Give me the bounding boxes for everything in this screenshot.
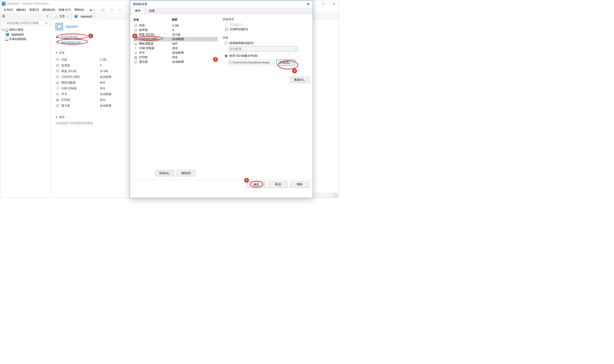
device-value: 2 GB [100,58,106,61]
iso-path-input[interactable]: C:\Users\AmoXiang\Downloads⌄ [228,60,274,65]
device-name: USB 控制器 [61,86,100,91]
menu-help[interactable]: 帮助(H) [73,7,86,13]
help-button[interactable]: 帮助 [290,182,309,188]
connect-on-start-checkbox[interactable]: ✓启动时连接(O) [225,27,309,31]
advanced-button[interactable]: 高级(V)... [291,77,309,83]
hardware-row[interactable]: 内存2 GB [133,23,218,28]
library-search[interactable]: ▾ [1,21,50,25]
display-icon [134,60,138,64]
hardware-row[interactable]: 显示器自动检测 [133,60,218,64]
tree-item-bigdata01[interactable]: bigdata01 [2,32,49,37]
menu-tabs[interactable]: 选项卡(T) [57,7,72,13]
svg-rect-17 [135,25,137,26]
device-value: 存在 [100,98,106,102]
svg-point-10 [57,77,58,77]
svg-point-21 [136,39,136,39]
library-pane: 库 ✕ ▾ −我的计算机 bigdata01 共享的虚拟机 [0,13,51,197]
use-physical-drive-radio[interactable]: 使用物理驱动器(P): [224,41,309,45]
svg-point-8 [56,70,59,71]
clock-icon[interactable] [109,8,114,12]
maximize-icon[interactable]: ☐ [322,2,325,5]
add-hardware-button[interactable]: 添加(A)... [156,170,174,176]
connection-label: 连接 [223,36,309,40]
connected-checkbox: 已连接(C) [225,23,309,27]
device-state-label: 设备状态 [223,17,309,21]
hardware-name: 内存 [139,24,172,27]
use-iso-radio[interactable]: 使用 ISO 映像文件(M): [224,54,309,58]
device-value: 4 [100,64,101,67]
hardware-summary: NAT [172,42,178,46]
device-name: 声卡 [61,92,100,96]
disclosure-icon[interactable] [56,117,57,118]
dialog-tab-options[interactable]: 选项 [145,8,159,14]
cancel-button[interactable]: 取消 [269,182,287,188]
device-name: 显示器 [61,104,100,108]
device-name: 打印机 [61,98,100,102]
tab-bigdata01[interactable]: bigdata01✕ [72,13,100,19]
annotation-badge-4: 4 [292,68,297,73]
revert-icon[interactable] [118,8,122,12]
hardware-row[interactable]: 网络适配器NAT [133,41,218,46]
hardware-name: USB 控制器 [139,46,172,50]
dialog-title: 虚拟机设置 [133,2,147,6]
device-value: NAT [100,81,105,84]
svg-rect-18 [135,29,137,31]
menu-view[interactable]: 查看(V) [28,7,40,13]
col-device: 设备 [133,18,172,22]
cd-icon [56,75,59,78]
usb-icon [134,47,138,50]
hardware-row[interactable]: 处理器4 [133,28,218,32]
annotation-ring-ok [250,181,263,187]
hardware-name: 打印机 [139,55,172,59]
device-value: 自动检测 [100,104,111,108]
device-value: 自动检测 [100,75,111,79]
mem-icon [134,24,138,27]
tree-shared-vms[interactable]: 共享的虚拟机 [2,37,49,42]
cpu-icon [56,64,59,67]
tab-home[interactable]: 主页✕ [52,13,71,19]
annotation-badge-5: 5 [244,178,249,183]
search-input[interactable] [7,21,46,25]
hardware-name: 显示器 [139,60,172,64]
usb-icon [56,87,59,90]
svg-rect-14 [57,99,58,100]
power-on-button[interactable]: ▾ [89,8,95,12]
close-icon[interactable]: ✕ [333,2,335,5]
svg-rect-1 [102,10,105,12]
device-name: CD/DVD (IDE) [61,75,100,78]
hardware-row[interactable]: 声卡自动检测 [133,51,218,55]
remove-hardware-button[interactable]: 移除(R) [177,170,195,176]
hardware-summary: 自动检测 [172,51,184,55]
disclosure-icon[interactable] [56,52,57,53]
dialog-tab-hardware[interactable]: 硬件 [131,8,145,14]
hardware-row[interactable]: 打印机存在 [133,55,218,60]
net-icon [56,81,59,84]
hardware-summary: 自动检测 [172,37,184,41]
svg-rect-25 [135,56,136,57]
device-value: 20 GB [100,69,108,73]
snapshot-icon[interactable] [101,8,105,12]
annotation-ring-browse [278,60,298,69]
library-close-icon[interactable]: ✕ [46,14,49,18]
hardware-row[interactable]: USB 控制器存在 [133,46,218,51]
physical-drive-combo: 自动检测⌄ [228,46,298,52]
menu-edit[interactable]: 编辑(E) [15,7,27,13]
tree-my-computer[interactable]: −我的计算机 [2,27,49,32]
mem-icon [56,58,59,61]
hardware-name: 声卡 [139,51,172,55]
hardware-summary: 20 GB [172,33,180,36]
svg-rect-16 [56,105,59,106]
menu-file[interactable]: 文件(F) [2,7,14,13]
tab-vm-close-icon[interactable]: ✕ [95,15,97,18]
devices-header: 设备 [59,51,65,55]
hardware-summary: 自动检测 [172,60,184,64]
device-name: 处理器 [61,64,100,67]
svg-rect-22 [135,43,137,44]
tab-home-close-icon[interactable]: ✕ [67,15,69,18]
vmware-logo-icon [2,2,5,5]
search-dropdown-icon[interactable]: ▾ [46,21,48,25]
dialog-close-icon[interactable]: ✕ [307,2,310,6]
menu-vm[interactable]: 虚拟机(M) [41,7,56,13]
svg-rect-0 [101,9,104,11]
sound-icon [56,92,59,96]
